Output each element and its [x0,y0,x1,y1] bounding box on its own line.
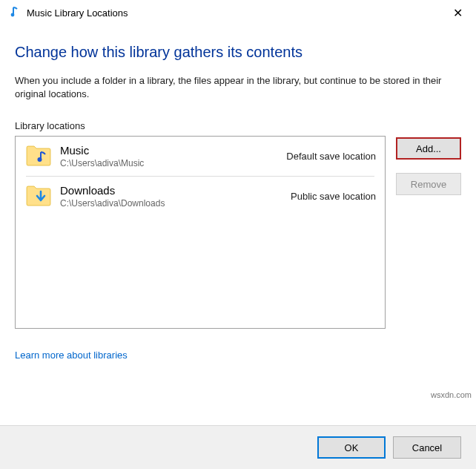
close-button[interactable]: ✕ [449,6,467,20]
location-name: Music [60,144,144,157]
location-status: Public save location [291,191,376,202]
learn-more-link[interactable]: Learn more about libraries [15,350,461,361]
titlebar: Music Library Locations ✕ [0,0,476,24]
list-item-text: Downloads C:\Users\adiva\Downloads Publi… [60,184,376,209]
list-item-text: Music C:\Users\adiva\Music Default save … [60,144,376,168]
content-area: Change how this library gathers its cont… [0,24,476,425]
section-label: Library locations [15,120,461,131]
window-title: Music Library Locations [27,7,128,19]
side-buttons: Add... Remove [396,136,461,329]
watermark-text: wsxdn.com [431,390,472,399]
dialog-footer: OK Cancel [0,425,476,469]
list-item[interactable]: Music C:\Users\adiva\Music Default save … [16,137,385,176]
location-path: C:\Users\adiva\Downloads [60,198,165,209]
remove-button: Remove [396,173,461,195]
list-item[interactable]: Downloads C:\Users\adiva\Downloads Publi… [16,177,385,216]
dialog-window: Music Library Locations ✕ Change how thi… [0,0,476,469]
titlebar-left: Music Library Locations [9,6,128,20]
location-status: Default save location [286,151,376,162]
app-icon [9,6,21,20]
main-row: Music C:\Users\adiva\Music Default save … [15,136,461,329]
add-button[interactable]: Add... [396,137,461,160]
folder-music-icon [26,144,51,168]
folder-download-icon [26,184,51,209]
location-name: Downloads [60,184,165,197]
svg-point-1 [38,157,42,162]
description-text: When you include a folder in a library, … [15,74,461,101]
location-path: C:\Users\adiva\Music [60,158,144,168]
svg-point-0 [11,13,15,17]
cancel-button[interactable]: Cancel [393,436,461,459]
page-title: Change how this library gathers its cont… [15,44,461,61]
locations-listbox[interactable]: Music C:\Users\adiva\Music Default save … [15,136,386,329]
ok-button[interactable]: OK [317,436,386,459]
